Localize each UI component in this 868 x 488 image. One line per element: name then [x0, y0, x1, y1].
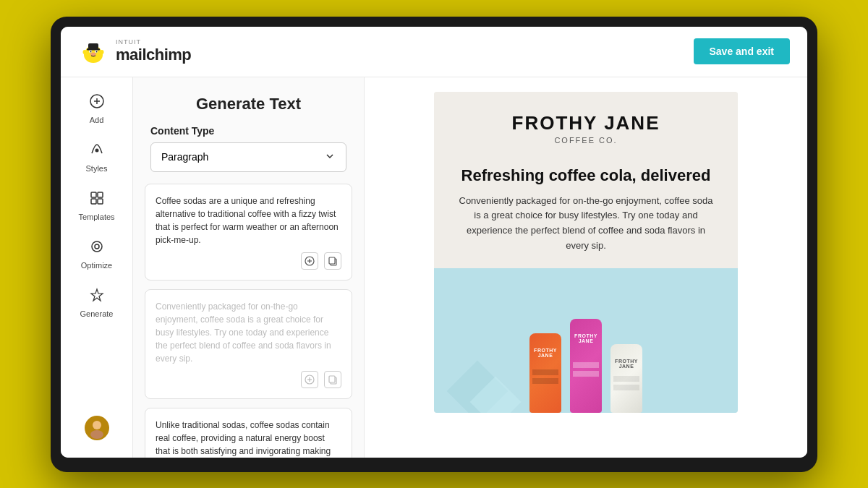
sidebar-styles-label: Styles — [86, 164, 108, 173]
card-1-copy-button[interactable] — [324, 252, 341, 270]
svg-rect-18 — [98, 199, 103, 204]
panel-header: Generate Text — [133, 77, 364, 125]
center-panel: Generate Text Content Type Paragraph Cof… — [133, 77, 365, 458]
email-preview: FROTHY JANE COFFEE CO. Refreshing coffee… — [434, 92, 738, 413]
sidebar-add-label: Add — [90, 116, 104, 124]
can-white-stripe — [613, 376, 639, 382]
svg-point-19 — [92, 241, 102, 252]
styles-icon — [89, 142, 105, 161]
can-orange-stripe — [532, 369, 558, 375]
add-icon — [89, 93, 105, 113]
content-type-label: Content Type — [150, 125, 346, 137]
can-white-stripe-2 — [613, 385, 639, 390]
sidebar-item-optimize[interactable]: Optimize — [68, 231, 126, 277]
top-bar: INTUIT mailchimp Save and exit — [61, 27, 807, 77]
sidebar-generate-label: Generate — [80, 309, 114, 318]
content-type-section: Content Type Paragraph — [133, 125, 364, 184]
generate-icon — [89, 287, 105, 307]
email-image-area: FROTHYJANE FROTHYJANE FROTHYJANE — [434, 268, 738, 413]
mailchimp-logo-icon — [78, 36, 109, 67]
laptop-notch — [412, 17, 456, 25]
sidebar-bottom — [85, 416, 109, 449]
text-card-2-content: Conveniently packaged for on-the-go enjo… — [156, 300, 341, 365]
email-header-area: FROTHY JANE COFFEE CO. — [434, 92, 738, 159]
email-body-text: Conveniently packaged for on-the-go enjo… — [457, 194, 715, 254]
card-2-copy-button[interactable] — [324, 371, 341, 388]
can-pink-stripe-2 — [573, 371, 599, 377]
can-orange-label: FROTHYJANE — [529, 348, 561, 359]
optimize-icon — [89, 239, 105, 258]
sidebar-item-templates[interactable]: Templates — [68, 183, 126, 228]
laptop-frame: INTUIT mailchimp Save and exit Add — [51, 17, 817, 472]
preview-panel: FROTHY JANE COFFEE CO. Refreshing coffee… — [365, 77, 807, 458]
can-pink: FROTHYJANE — [570, 319, 602, 413]
text-card-1-content: Coffee sodas are a unique and refreshing… — [156, 194, 341, 247]
sidebar-item-styles[interactable]: Styles — [68, 134, 126, 180]
card-1-actions — [156, 252, 341, 270]
chevron-down-icon — [324, 150, 336, 164]
brand-name: FROTHY JANE — [457, 112, 715, 134]
avatar[interactable] — [85, 416, 109, 440]
can-white: FROTHYJANE — [610, 344, 642, 413]
svg-rect-15 — [91, 192, 96, 197]
svg-rect-9 — [88, 43, 98, 49]
svg-point-8 — [101, 50, 104, 54]
can-pink-label: FROTHYJANE — [570, 333, 602, 344]
cans-container: FROTHYJANE FROTHYJANE FROTHYJANE — [529, 319, 642, 413]
svg-rect-17 — [91, 199, 96, 204]
sidebar-templates-label: Templates — [78, 213, 114, 221]
svg-rect-33 — [329, 376, 335, 382]
text-card-2: Conveniently packaged for on-the-go enjo… — [145, 289, 352, 399]
card-2-add-button[interactable] — [301, 371, 318, 388]
text-card-3: Unlike traditional sodas, coffee sodas c… — [145, 408, 352, 458]
email-headline: Refreshing coffee cola, delivered — [457, 166, 715, 185]
brand-sub: COFFEE CO. — [457, 136, 715, 145]
sidebar-item-generate[interactable]: Generate — [68, 280, 126, 325]
svg-rect-28 — [329, 257, 335, 264]
can-pink-stripe — [573, 362, 599, 368]
intuit-label: INTUIT — [116, 38, 191, 46]
svg-marker-21 — [91, 289, 103, 301]
sidebar: Add Styles Templates — [61, 77, 133, 458]
card-1-add-button[interactable] — [301, 252, 318, 270]
save-exit-button[interactable]: Save and exit — [694, 38, 791, 64]
content-type-dropdown[interactable]: Paragraph — [150, 142, 346, 172]
svg-point-14 — [95, 148, 98, 152]
sidebar-item-add[interactable]: Add — [68, 86, 126, 132]
can-orange-stripe-2 — [532, 378, 558, 384]
sidebar-optimize-label: Optimize — [81, 261, 112, 270]
email-body: Refreshing coffee cola, delivered Conven… — [434, 159, 738, 268]
svg-point-5 — [96, 51, 98, 53]
logo-area: INTUIT mailchimp — [78, 36, 191, 67]
panel-title: Generate Text — [150, 95, 346, 114]
logo-text: INTUIT mailchimp — [116, 38, 191, 64]
main-content: Add Styles Templates — [61, 77, 807, 458]
dropdown-value: Paragraph — [161, 151, 208, 163]
mailchimp-label: mailchimp — [116, 46, 191, 64]
card-2-actions — [156, 371, 341, 388]
svg-rect-16 — [98, 192, 103, 197]
text-card-3-content: Unlike traditional sodas, coffee sodas c… — [156, 419, 341, 458]
can-white-label: FROTHYJANE — [610, 359, 642, 369]
svg-point-20 — [95, 244, 99, 249]
svg-point-23 — [90, 430, 103, 439]
laptop-screen: INTUIT mailchimp Save and exit Add — [61, 27, 807, 458]
templates-icon — [89, 190, 105, 210]
svg-point-22 — [93, 421, 101, 429]
svg-rect-10 — [87, 48, 100, 51]
can-orange: FROTHYJANE — [529, 333, 561, 413]
text-card-1: Coffee sodas are a unique and refreshing… — [145, 184, 352, 281]
svg-point-7 — [83, 50, 87, 54]
svg-point-4 — [90, 51, 92, 53]
